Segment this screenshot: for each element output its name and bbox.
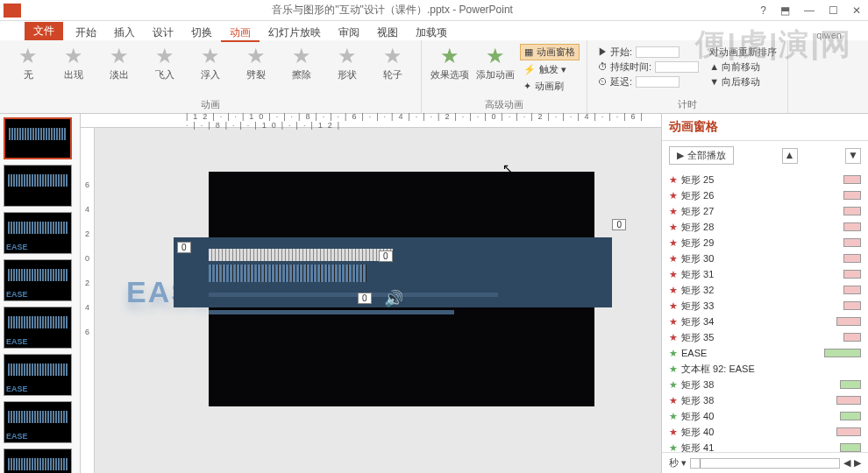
maximize-icon[interactable]: ☐ xyxy=(825,4,842,17)
anim-list-item[interactable]: ★矩形 25 xyxy=(662,172,868,187)
group-label-anim: 动画 xyxy=(7,98,414,111)
anim-list-item[interactable]: ★矩形 31 xyxy=(662,266,868,282)
star-icon: ★ xyxy=(669,285,678,296)
slide-thumb[interactable]: EASE xyxy=(4,212,72,254)
slide-thumb[interactable]: EASE xyxy=(4,401,72,443)
start-input[interactable] xyxy=(636,46,679,58)
effect-options-button[interactable]: ★ 效果选项 xyxy=(429,44,471,81)
timeline-next-button[interactable]: ▶ xyxy=(854,457,861,469)
anim-list-item[interactable]: ★EASE xyxy=(662,345,868,361)
move-up-button[interactable]: ▲ xyxy=(782,148,798,164)
star-icon: ★ xyxy=(669,427,678,438)
anim-list-item[interactable]: ★矩形 33 xyxy=(662,298,868,314)
anim-preset-擦除[interactable]: ★擦除 xyxy=(281,44,323,81)
anim-list-item[interactable]: ★文本框 92: EASE xyxy=(662,361,868,377)
star-icon: ★ xyxy=(669,332,678,343)
play-all-button[interactable]: ▶全部播放 xyxy=(669,146,734,165)
star-icon: ★ xyxy=(669,174,678,186)
group-label-advanced: 高级动画 xyxy=(429,98,580,111)
tab-设计[interactable]: 设计 xyxy=(144,25,182,40)
timeline-scrubber[interactable] xyxy=(690,458,840,469)
anim-list-item[interactable]: ★矩形 40 xyxy=(662,424,868,440)
slide-thumb[interactable]: EASE xyxy=(4,259,72,301)
ruler-vertical: 6420246 xyxy=(81,128,95,473)
slide-thumbnails[interactable]: EASEEASEEASEEASEEASEEASE xyxy=(0,114,81,473)
seconds-dropdown[interactable]: 秒 ▾ xyxy=(669,456,687,469)
anim-list-item[interactable]: ★矩形 26 xyxy=(662,187,868,203)
anim-list-item[interactable]: ★矩形 32 xyxy=(662,282,868,298)
star-icon: ★ xyxy=(669,395,678,406)
anim-tag[interactable]: 0 xyxy=(358,293,372,304)
star-icon: ★ xyxy=(669,379,678,391)
anim-preset-飞入[interactable]: ★飞入 xyxy=(144,44,186,81)
delay-input[interactable] xyxy=(636,76,679,88)
slide-editor[interactable]: EASE 0 0 0 0 🔊 ↖ xyxy=(95,128,661,473)
timeline-prev-button[interactable]: ◀ xyxy=(843,457,850,469)
move-down-button[interactable]: ▼ xyxy=(845,148,861,164)
anim-list-item[interactable]: ★矩形 30 xyxy=(662,251,868,266)
animation-pane: 动画窗格 ▶全部播放 ▲ ▼ ★矩形 25★矩形 26★矩形 27★矩形 28★… xyxy=(661,114,868,473)
anim-list-item[interactable]: ★矩形 34 xyxy=(662,314,868,329)
ribbon-toggle-icon[interactable]: ⬒ xyxy=(777,4,793,17)
file-tab[interactable]: 文件 xyxy=(25,22,63,40)
anim-tag[interactable]: 0 xyxy=(379,251,393,262)
trigger-button[interactable]: ⚡触发 ▾ xyxy=(520,62,580,77)
cursor-icon: ↖ xyxy=(502,161,513,175)
start-label: ▶ 开始: xyxy=(598,46,632,59)
close-icon[interactable]: ✕ xyxy=(849,4,864,17)
tab-加载项[interactable]: 加载项 xyxy=(407,25,456,40)
star-icon: ★ xyxy=(669,269,678,280)
anim-list-item[interactable]: ★矩形 41 xyxy=(662,440,868,452)
pane-icon: ▦ xyxy=(524,46,533,58)
tab-动画[interactable]: 动画 xyxy=(221,25,260,42)
slide-line-2[interactable] xyxy=(209,310,454,314)
slide-thumb[interactable]: EASE xyxy=(4,307,72,349)
slide-thumb[interactable] xyxy=(4,117,72,159)
animation-pane-title: 动画窗格 xyxy=(662,114,868,141)
anim-list-item[interactable]: ★矩形 38 xyxy=(662,377,868,392)
anim-tag[interactable]: 0 xyxy=(177,242,191,253)
tab-视图[interactable]: 视图 xyxy=(368,25,407,40)
tab-插入[interactable]: 插入 xyxy=(105,25,144,40)
star-icon: ★ xyxy=(669,237,678,249)
anim-list-item[interactable]: ★矩形 27 xyxy=(662,203,868,219)
add-animation-button[interactable]: ★ 添加动画 xyxy=(474,44,516,81)
anim-preset-无[interactable]: ★无 xyxy=(7,44,49,81)
move-later-button[interactable]: ▼ 向后移动 xyxy=(709,75,777,88)
star-icon: ★ xyxy=(669,222,678,233)
slide-thumb[interactable] xyxy=(4,165,72,207)
audio-icon[interactable]: 🔊 xyxy=(384,289,403,308)
tab-开始[interactable]: 开始 xyxy=(67,25,105,40)
anim-preset-浮入[interactable]: ★浮入 xyxy=(189,44,231,81)
slide-bars-light[interactable] xyxy=(209,249,393,261)
slide-thumb[interactable]: EASE xyxy=(4,354,72,396)
anim-list-item[interactable]: ★矩形 29 xyxy=(662,235,868,251)
anim-tag[interactable]: 0 xyxy=(612,219,626,230)
duration-input[interactable] xyxy=(655,61,699,73)
anim-preset-形状[interactable]: ★形状 xyxy=(326,44,368,81)
star-icon: ★ xyxy=(669,253,678,265)
tab-审阅[interactable]: 审阅 xyxy=(330,25,368,40)
slide-line-1[interactable] xyxy=(209,293,498,297)
slide-bars-dark[interactable] xyxy=(209,265,366,282)
slide-thumb[interactable]: EASE xyxy=(4,448,72,473)
anim-preset-淡出[interactable]: ★淡出 xyxy=(98,44,140,81)
anim-list-item[interactable]: ★矩形 28 xyxy=(662,219,868,235)
user-label[interactable]: qiwen xyxy=(816,30,842,40)
anim-list-item[interactable]: ★矩形 38 xyxy=(662,392,868,408)
anim-preset-轮子[interactable]: ★轮子 xyxy=(372,44,414,81)
anim-preset-出现[interactable]: ★出现 xyxy=(53,44,95,81)
anim-list-item[interactable]: ★矩形 35 xyxy=(662,329,868,345)
animation-list[interactable]: ★矩形 25★矩形 26★矩形 27★矩形 28★矩形 29★矩形 30★矩形 … xyxy=(662,170,868,452)
minimize-icon[interactable]: — xyxy=(800,4,818,17)
animation-painter-button[interactable]: ✦动画刷 xyxy=(520,79,580,94)
animation-pane-button[interactable]: ▦动画窗格 xyxy=(520,44,580,60)
help-icon[interactable]: ? xyxy=(757,4,770,17)
tab-幻灯片放映[interactable]: 幻灯片放映 xyxy=(260,25,330,40)
tab-切换[interactable]: 切换 xyxy=(182,25,221,40)
anim-list-item[interactable]: ★矩形 40 xyxy=(662,408,868,424)
slide[interactable]: 0 0 0 0 🔊 xyxy=(209,172,594,406)
star-icon: ★ xyxy=(669,190,678,201)
anim-preset-劈裂[interactable]: ★劈裂 xyxy=(235,44,277,81)
move-earlier-button[interactable]: ▲ 向前移动 xyxy=(709,60,777,74)
